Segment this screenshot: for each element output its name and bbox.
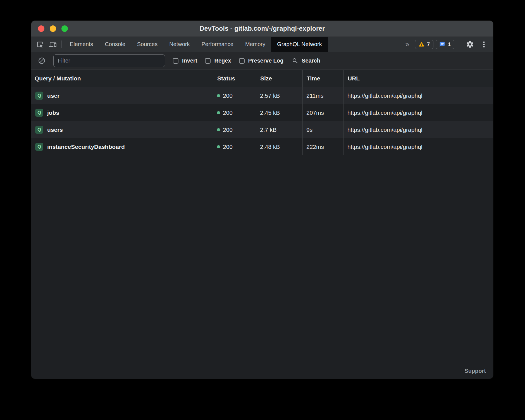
kebab-menu-icon[interactable] (479, 40, 489, 48)
checkbox-box (239, 58, 245, 64)
status-code: 200 (223, 92, 233, 99)
close-window-button[interactable] (38, 25, 44, 32)
query-name: user (47, 92, 59, 99)
inspect-element-icon[interactable] (34, 37, 46, 52)
checkbox-label: Invert (182, 58, 197, 64)
search-icon (292, 58, 299, 64)
status-code: 200 (223, 144, 233, 150)
request-url: https://gitlab.com/api/graphql (343, 121, 493, 138)
tab-sources[interactable]: Sources (131, 37, 163, 52)
message-bubble-icon (439, 41, 445, 47)
table-row[interactable]: Q users 200 2.7 kB 9s https://gitlab.com… (31, 121, 493, 138)
device-toolbar-icon[interactable] (46, 37, 59, 52)
tab-label: GraphQL Network (277, 41, 322, 47)
devtools-tabsbar: Elements Console Sources Network Perform… (31, 37, 493, 52)
search-button[interactable]: Search (292, 58, 320, 64)
status-ok-dot-icon (217, 128, 220, 131)
devtools-window: DevTools - gitlab.com/-/graphql-explorer… (31, 21, 493, 379)
status-code: 200 (223, 109, 233, 116)
warnings-badge[interactable]: 7 (415, 40, 434, 49)
column-header-query-mutation[interactable]: Query / Mutation (31, 70, 213, 87)
checkbox-box (173, 58, 178, 64)
invert-checkbox[interactable]: Invert (173, 58, 197, 64)
tab-console[interactable]: Console (99, 37, 131, 52)
response-time: 9s (302, 121, 343, 138)
support-link[interactable]: Support (464, 368, 486, 374)
response-time: 207ms (302, 104, 343, 121)
issues-count: 1 (448, 41, 451, 47)
toolbar-divider (459, 40, 459, 48)
settings-gear-icon[interactable] (464, 40, 476, 48)
query-type-badge: Q (35, 143, 43, 151)
query-name: jobs (47, 109, 59, 116)
tab-network[interactable]: Network (163, 37, 195, 52)
window-titlebar: DevTools - gitlab.com/-/graphql-explorer (31, 21, 493, 37)
minimize-window-button[interactable] (50, 25, 56, 32)
regex-checkbox[interactable]: Regex (205, 58, 231, 64)
query-type-badge: Q (35, 92, 43, 100)
tab-label: Sources (137, 41, 157, 47)
column-header-time[interactable]: Time (302, 70, 343, 87)
tab-memory[interactable]: Memory (239, 37, 271, 52)
tab-graphql-network[interactable]: GraphQL Network (271, 37, 328, 52)
checkbox-label: Regex (214, 58, 231, 64)
warning-count: 7 (427, 41, 430, 47)
filter-input[interactable] (53, 54, 165, 67)
response-size: 2.7 kB (256, 121, 302, 138)
table-row[interactable]: Q jobs 200 2.45 kB 207ms https://gitlab.… (31, 104, 493, 121)
tab-performance[interactable]: Performance (196, 37, 240, 52)
table-row[interactable]: Q instanceSecurityDashboard 200 2.48 kB … (31, 138, 493, 155)
column-header-size[interactable]: Size (256, 70, 302, 87)
table-header-row: Query / Mutation Status Size Time URL (31, 70, 493, 87)
tab-label: Performance (202, 41, 234, 47)
warning-triangle-icon (419, 41, 424, 47)
tab-label: Elements (70, 41, 93, 47)
toolbar-divider (61, 40, 62, 48)
checkbox-label: Preserve Log (248, 58, 284, 64)
block-requests-icon[interactable] (38, 57, 46, 65)
more-tabs-chevron-icon[interactable]: » (402, 40, 412, 49)
query-name: instanceSecurityDashboard (47, 144, 125, 150)
filter-toolbar: Invert Regex Preserve Log Search (31, 52, 493, 70)
status-code: 200 (223, 127, 233, 133)
response-time: 222ms (302, 138, 343, 155)
status-ok-dot-icon (217, 145, 220, 148)
preserve-log-checkbox[interactable]: Preserve Log (239, 58, 284, 64)
response-time: 211ms (302, 87, 343, 104)
tab-label: Network (169, 41, 190, 47)
response-size: 2.45 kB (256, 104, 302, 121)
tab-label: Console (105, 41, 125, 47)
table-row[interactable]: Q user 200 2.57 kB 211ms https://gitlab.… (31, 87, 493, 104)
status-ok-dot-icon (217, 94, 220, 97)
search-label: Search (302, 58, 320, 64)
traffic-lights (38, 21, 68, 37)
query-name: users (47, 127, 63, 133)
tab-label: Memory (245, 41, 265, 47)
response-size: 2.48 kB (256, 138, 302, 155)
issues-badge[interactable]: 1 (436, 40, 454, 49)
query-type-badge: Q (35, 126, 43, 134)
request-url: https://gitlab.com/api/graphql (343, 104, 493, 121)
request-url: https://gitlab.com/api/graphql (343, 138, 493, 155)
tab-elements[interactable]: Elements (64, 37, 99, 52)
tabsbar-right-cluster: » 7 1 (402, 37, 493, 52)
column-header-status[interactable]: Status (213, 70, 256, 87)
request-url: https://gitlab.com/api/graphql (343, 87, 493, 104)
window-title: DevTools - gitlab.com/-/graphql-explorer (200, 25, 325, 32)
response-size: 2.57 kB (256, 87, 302, 104)
checkbox-box (205, 58, 211, 64)
column-header-url[interactable]: URL (343, 70, 493, 87)
query-type-badge: Q (35, 109, 43, 117)
zoom-window-button[interactable] (61, 25, 68, 32)
status-ok-dot-icon (217, 111, 220, 114)
